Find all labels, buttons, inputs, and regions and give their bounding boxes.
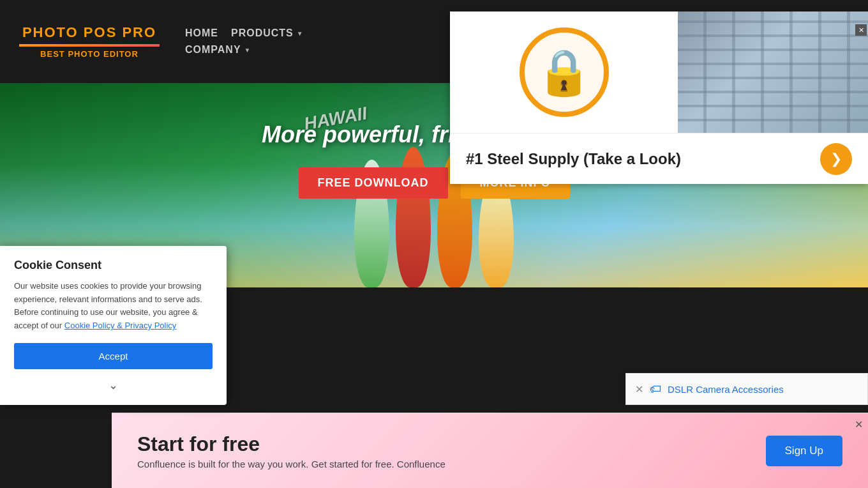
cookie-title: Cookie Consent xyxy=(14,259,213,272)
chevron-down-icon[interactable]: ⌄ xyxy=(108,378,118,392)
cookie-collapse-area: ⌄ xyxy=(14,378,213,392)
logo-area: PHOTO POS PRO BEST PHOTO EDITOR xyxy=(13,24,166,58)
products-arrow-icon: ▼ xyxy=(297,30,304,37)
ad-panel-inner: 🔒 xyxy=(450,11,868,133)
dslr-ad-banner: ✕ 🏷 DSLR Camera Accessories xyxy=(625,373,868,405)
lock-icon: 🔒 xyxy=(536,46,592,98)
ad-bottom-bar: #1 Steel Supply (Take a Look) ❯ xyxy=(450,133,868,184)
steel-photo xyxy=(678,11,868,133)
bottom-ad-subtitle: Confluence is built for the way you work… xyxy=(137,459,445,469)
nav-products[interactable]: PRODUCTS ▼ xyxy=(231,27,304,39)
cookie-consent-dialog: Cookie Consent Our website uses cookies … xyxy=(0,246,227,405)
nav-row-1: HOME PRODUCTS ▼ xyxy=(185,27,304,39)
lock-icon-circle: 🔒 xyxy=(520,27,609,117)
nav-row-2: COMPANY ▼ xyxy=(185,44,304,56)
bottom-ad-content: Start for free Confluence is built for t… xyxy=(137,432,445,469)
cookie-policy-link[interactable]: Cookie Policy & Privacy Policy xyxy=(64,321,177,330)
dslr-camera-icon: 🏷 xyxy=(650,383,661,396)
cookie-body-text: Our website uses cookies to provide your… xyxy=(14,280,213,333)
ad-icon-area: 🔒 xyxy=(450,11,678,133)
bottom-ad-close-button[interactable]: ✕ xyxy=(855,418,863,431)
ad-photo-area xyxy=(678,11,868,133)
cookie-accept-button[interactable]: Accept xyxy=(14,343,213,369)
nav-home[interactable]: HOME xyxy=(185,27,218,39)
nav-company[interactable]: COMPANY ▼ xyxy=(185,44,251,56)
nav-links: HOME PRODUCTS ▼ COMPANY ▼ xyxy=(166,27,304,56)
logo-subtitle: BEST PHOTO EDITOR xyxy=(40,49,138,59)
company-arrow-icon: ▼ xyxy=(244,47,251,54)
free-download-button[interactable]: FREE DOWNLOAD xyxy=(299,167,448,199)
ad-title: #1 Steel Supply (Take a Look) xyxy=(466,150,681,168)
logo-divider xyxy=(19,44,160,47)
logo-title: PHOTO POS PRO xyxy=(22,24,156,41)
bottom-ad-banner: Start for free Confluence is built for t… xyxy=(112,413,868,488)
dslr-close-icon[interactable]: ✕ xyxy=(635,383,643,395)
signup-button[interactable]: Sign Up xyxy=(766,436,842,466)
ad-panel-steel: ✕ 🔒 #1 Steel Supply (Take a Look) ❯ xyxy=(450,11,868,184)
bottom-ad-cta: Sign Up xyxy=(766,436,842,466)
bottom-ad-title: Start for free xyxy=(137,432,445,456)
ad-next-button[interactable]: ❯ xyxy=(820,143,852,175)
ad-panel-close-button[interactable]: ✕ xyxy=(855,24,867,36)
dslr-ad-text[interactable]: DSLR Camera Accessories xyxy=(668,384,784,395)
